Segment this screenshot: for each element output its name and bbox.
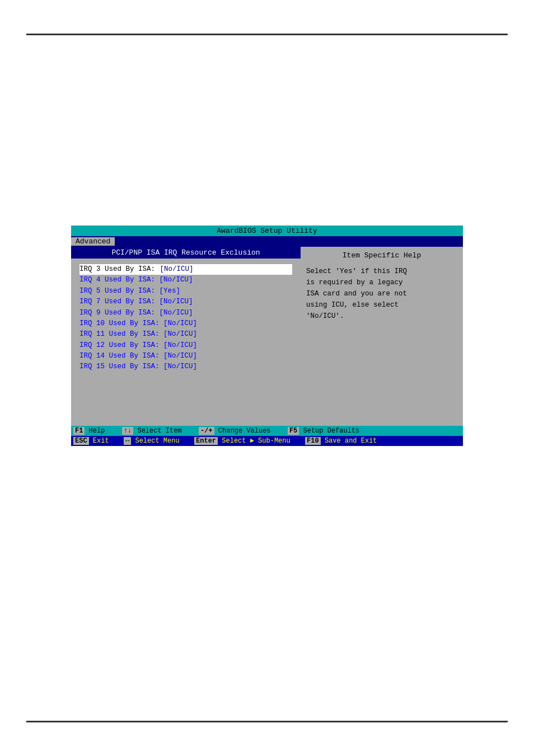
status-bottom-key: ESC	[73, 437, 89, 445]
irq-value: [No/ICU]	[160, 309, 193, 317]
irq-label: IRQ 10 Used By ISA:	[79, 320, 163, 327]
section-title: PCI/PNP ISA IRQ Resource Exclusion	[111, 248, 260, 257]
irq-row[interactable]: IRQ 10 Used By ISA: [No/ICU]	[79, 318, 292, 329]
page-wrapper: AwardBIOS Setup Utility Advanced PCI/PNP…	[0, 0, 534, 756]
menu-advanced-label: Advanced	[76, 237, 110, 246]
status-bottom-item: F10 Save and Exit	[305, 437, 385, 445]
help-line: using ICU, else select	[306, 299, 457, 311]
irq-value: [No/ICU]	[160, 298, 193, 306]
status-bottom-item: ↔ Select Menu	[124, 437, 188, 445]
top-decorative-line	[26, 34, 508, 35]
help-header: Item Specific Help	[306, 250, 457, 261]
help-line: Select 'Yes' if this IRQ	[306, 266, 457, 277]
irq-row[interactable]: IRQ 9 Used By ISA: [No/ICU]	[79, 308, 292, 318]
right-panel: Item Specific Help Select 'Yes' if this …	[301, 247, 463, 426]
title-bar: AwardBIOS Setup Utility	[71, 226, 463, 236]
irq-label: IRQ 4 Used By ISA:	[79, 276, 160, 284]
status-top-item: F5 Setup Defaults	[288, 427, 368, 435]
help-line: ISA card and you are not	[306, 288, 457, 299]
irq-row[interactable]: IRQ 14 Used By ISA: [No/ICU]	[79, 351, 292, 361]
irq-label: IRQ 7 Used By ISA:	[79, 298, 160, 306]
irq-value: [Yes]	[160, 287, 181, 295]
status-key: ↑↓	[122, 427, 133, 435]
irq-row[interactable]: IRQ 11 Used By ISA: [No/ICU]	[79, 329, 292, 340]
help-line: is required by a legacy	[306, 277, 457, 288]
irq-label: IRQ 14 Used By ISA:	[79, 352, 163, 360]
help-line: 'No/ICU'.	[306, 311, 457, 322]
irq-row[interactable]: IRQ 3 Used By ISA: [No/ICU]	[79, 264, 292, 275]
irq-list: IRQ 3 Used By ISA: [No/ICU]IRQ 4 Used By…	[71, 259, 301, 378]
irq-value: [No/ICU]	[160, 265, 194, 273]
irq-row[interactable]: IRQ 4 Used By ISA: [No/ICU]	[79, 275, 292, 285]
irq-label: IRQ 11 Used By ISA:	[79, 330, 163, 338]
left-panel: PCI/PNP ISA IRQ Resource Exclusion IRQ 3…	[71, 247, 301, 426]
irq-value: [No/ICU]	[163, 352, 197, 360]
status-top-item: ↑↓ Select Item	[122, 427, 190, 435]
section-header: PCI/PNP ISA IRQ Resource Exclusion	[71, 247, 301, 259]
bios-container: AwardBIOS Setup Utility Advanced PCI/PNP…	[71, 226, 463, 446]
main-area: PCI/PNP ISA IRQ Resource Exclusion IRQ 3…	[71, 247, 463, 426]
bios-title: AwardBIOS Setup Utility	[217, 227, 317, 235]
irq-label: IRQ 3 Used By ISA:	[79, 265, 160, 273]
status-bottom-key: ↔	[124, 437, 131, 445]
status-bottom-item: Enter Select ► Sub-Menu	[194, 437, 298, 445]
status-key: F5	[288, 427, 299, 435]
status-key: -/+	[199, 427, 214, 435]
irq-row[interactable]: IRQ 7 Used By ISA: [No/ICU]	[79, 297, 292, 307]
irq-value: [No/ICU]	[163, 320, 197, 327]
irq-value: [No/ICU]	[163, 341, 197, 349]
status-top-item: -/+ Change Values	[199, 427, 279, 435]
irq-value: [No/ICU]	[163, 363, 197, 370]
status-key: F1	[73, 427, 85, 435]
status-bottom-item: ESC Exit	[73, 437, 117, 445]
irq-label: IRQ 5 Used By ISA:	[79, 287, 160, 295]
irq-value: [No/ICU]	[163, 330, 197, 338]
bottom-decorative-line	[26, 721, 508, 722]
status-bar-top: F1 Help ↑↓ Select Item -/+ Change Values…	[71, 426, 463, 436]
status-bar-bottom: ESC Exit ↔ Select Menu Enter Select ► Su…	[71, 436, 463, 446]
menu-bar[interactable]: Advanced	[71, 236, 463, 247]
irq-value: [No/ICU]	[160, 276, 193, 284]
irq-label: IRQ 12 Used By ISA:	[79, 341, 163, 349]
irq-label: IRQ 15 Used By ISA:	[79, 363, 163, 370]
status-top-item: F1 Help	[73, 427, 113, 435]
help-text: Select 'Yes' if this IRQis required by a…	[306, 266, 457, 322]
status-bottom-key: F10	[305, 437, 321, 445]
status-bottom-key: Enter	[194, 437, 218, 445]
help-title: Item Specific Help	[343, 251, 421, 260]
irq-row[interactable]: IRQ 12 Used By ISA: [No/ICU]	[79, 340, 292, 351]
menu-item-advanced[interactable]: Advanced	[71, 237, 115, 246]
irq-row[interactable]: IRQ 5 Used By ISA: [Yes]	[79, 286, 292, 297]
irq-label: IRQ 9 Used By ISA:	[79, 309, 160, 317]
irq-row[interactable]: IRQ 15 Used By ISA: [No/ICU]	[79, 361, 292, 372]
